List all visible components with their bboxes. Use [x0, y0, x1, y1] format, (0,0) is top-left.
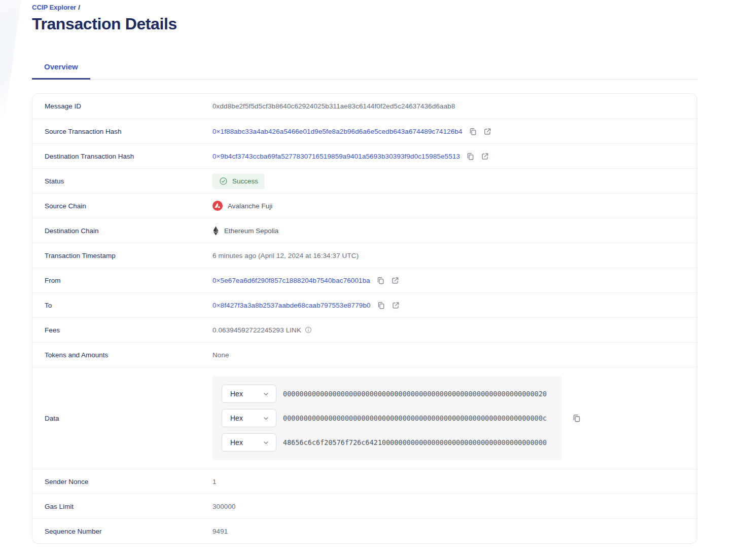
from-address-link[interactable]: 0×5e67ea6d6f290f857c1888204b7540bac76001…	[212, 277, 370, 284]
fees-value: 0.06394592722245293 LINK	[212, 326, 301, 334]
row-label: Destination Chain	[45, 227, 212, 235]
source-tx-hash-link[interactable]: 0×1f88abc33a4ab426a5466e01d9e5fe8a2b96d6…	[212, 128, 462, 135]
row-label: Tokens and Amounts	[45, 351, 212, 359]
source-chain-value: Avalanche Fuji	[212, 201, 272, 211]
hex-format-select-value: Hex	[230, 414, 243, 422]
row-source-chain: Source Chain Avalanche Fuji	[32, 193, 697, 218]
row-data: Data Hex 0000000000000000000000000000000…	[32, 367, 697, 469]
row-label: Data	[45, 415, 212, 422]
tab-overview[interactable]: Overview	[32, 56, 90, 80]
destination-chain-name: Ethereum Sepolia	[224, 227, 278, 235]
check-circle-icon	[219, 177, 228, 185]
row-transaction-timestamp: Transaction Timestamp 6 minutes ago (Apr…	[32, 243, 697, 268]
hex-format-select[interactable]: Hex	[222, 409, 276, 427]
destination-tx-hash-link[interactable]: 0×9b4cf3743ccba69fa5277830716519859a9401…	[212, 153, 460, 160]
row-label: Sequence Number	[45, 528, 212, 535]
chevron-down-icon	[262, 390, 270, 398]
row-label: To	[45, 302, 212, 309]
row-destination-tx-hash: Destination Transaction Hash 0×9b4cf3743…	[32, 143, 697, 168]
row-label: Status	[45, 177, 212, 185]
data-hex-line: Hex 000000000000000000000000000000000000…	[222, 385, 553, 403]
destination-chain-value: Ethereum Sepolia	[212, 226, 278, 236]
timestamp-value: 6 minutes ago (April 12, 2024 at 16:34:3…	[212, 252, 359, 259]
row-label: Source Chain	[45, 202, 212, 210]
hex-format-select[interactable]: Hex	[222, 385, 276, 403]
copy-icon[interactable]	[466, 152, 475, 161]
row-fees: Fees 0.06394592722245293 LINK	[32, 317, 697, 342]
copy-icon[interactable]	[572, 414, 581, 423]
copy-icon[interactable]	[377, 301, 385, 310]
chevron-down-icon	[262, 415, 270, 422]
row-sequence-number: Sequence Number 9491	[32, 518, 697, 543]
gas-limit-value: 300000	[212, 503, 236, 510]
info-icon[interactable]	[305, 326, 312, 333]
data-hex-panel: Hex 000000000000000000000000000000000000…	[212, 376, 562, 460]
breadcrumb: CCIP Explorer/	[32, 0, 697, 11]
transaction-details-page: CCIP Explorer/ Transaction Details Overv…	[0, 0, 751, 560]
breadcrumb-separator: /	[78, 4, 80, 11]
hex-format-select[interactable]: Hex	[222, 433, 276, 452]
external-link-icon[interactable]	[391, 301, 400, 310]
tab-bar: Overview	[32, 56, 697, 80]
message-id-value: 0xdd8be2f5f5d5cf3b8640c62924025b311ae83c…	[212, 102, 455, 110]
data-hex-line: Hex 000000000000000000000000000000000000…	[222, 409, 553, 427]
copy-icon[interactable]	[376, 276, 385, 285]
transaction-details-card: Message ID 0xdd8be2f5f5d5cf3b8640c629240…	[32, 93, 697, 544]
tokens-value: None	[212, 351, 229, 359]
ethereum-icon	[212, 226, 219, 236]
row-label: Fees	[45, 326, 212, 334]
data-hex-value: 0000000000000000000000000000000000000000…	[283, 390, 547, 398]
row-source-tx-hash: Source Transaction Hash 0×1f88abc33a4ab4…	[32, 119, 697, 143]
copy-icon[interactable]	[469, 127, 477, 136]
data-hex-value: 0000000000000000000000000000000000000000…	[283, 414, 547, 422]
data-hex-value: 48656c6c6f20576f726c64210000000000000000…	[283, 438, 547, 446]
row-label: Transaction Timestamp	[45, 252, 212, 259]
external-link-icon[interactable]	[391, 276, 400, 285]
page-title: Transaction Details	[32, 15, 697, 33]
row-from: From 0×5e67ea6d6f290f857c1888204b7540bac…	[32, 268, 697, 292]
hex-format-select-value: Hex	[230, 390, 243, 398]
to-address-link[interactable]: 0×8f427f3a3a8b2537aabde68caab797553e8779…	[212, 302, 371, 309]
row-label: From	[45, 277, 212, 284]
hex-format-select-value: Hex	[230, 438, 243, 446]
avalanche-icon	[212, 201, 223, 211]
sender-nonce-value: 1	[212, 478, 217, 486]
breadcrumb-link-ccip-explorer[interactable]: CCIP Explorer	[32, 4, 76, 11]
data-hex-line: Hex 48656c6c6f20576f726c6421000000000000…	[222, 433, 553, 452]
row-destination-chain: Destination Chain Ethereum Sepolia	[32, 218, 697, 243]
row-status: Status Success	[32, 168, 697, 193]
status-badge-label: Success	[232, 177, 258, 185]
row-label: Gas Limit	[45, 503, 212, 510]
row-label: Sender Nonce	[45, 478, 212, 486]
sequence-number-value: 9491	[212, 528, 228, 535]
row-gas-limit: Gas Limit 300000	[32, 494, 697, 518]
source-chain-name: Avalanche Fuji	[228, 202, 272, 210]
external-link-icon[interactable]	[481, 152, 489, 161]
status-badge: Success	[212, 173, 265, 189]
row-label: Destination Transaction Hash	[45, 153, 212, 160]
row-sender-nonce: Sender Nonce 1	[32, 469, 697, 494]
row-label: Source Transaction Hash	[45, 128, 212, 135]
row-tokens-and-amounts: Tokens and Amounts None	[32, 342, 697, 367]
chevron-down-icon	[262, 439, 270, 446]
row-label: Message ID	[45, 102, 212, 110]
row-message-id: Message ID 0xdd8be2f5f5d5cf3b8640c629240…	[32, 94, 697, 119]
external-link-icon[interactable]	[483, 127, 492, 136]
row-to: To 0×8f427f3a3a8b2537aabde68caab797553e8…	[32, 292, 697, 317]
